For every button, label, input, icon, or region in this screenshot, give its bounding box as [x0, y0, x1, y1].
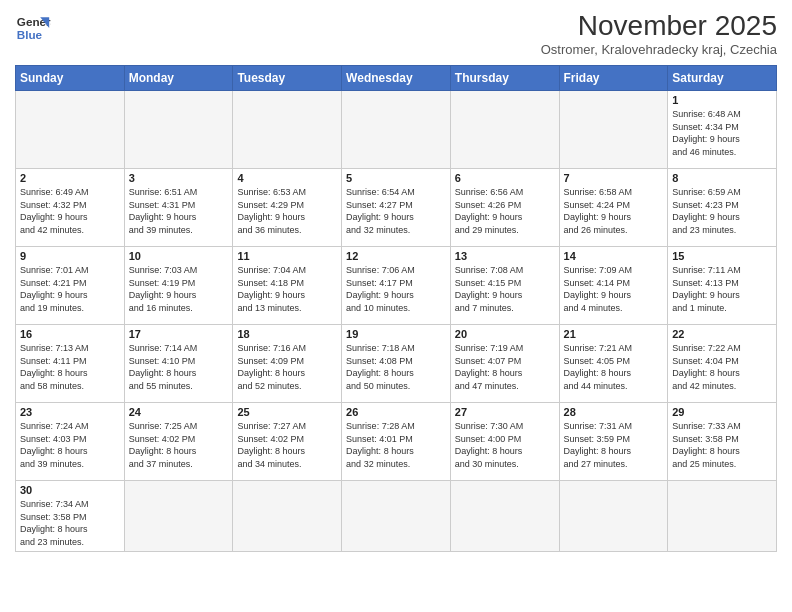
header-row: Sunday Monday Tuesday Wednesday Thursday…: [16, 66, 777, 91]
table-row: [124, 91, 233, 169]
table-row: [342, 91, 451, 169]
day-number: 11: [237, 250, 337, 262]
svg-text:Blue: Blue: [17, 28, 43, 41]
table-row: [233, 481, 342, 552]
day-info: Sunrise: 7:18 AM Sunset: 4:08 PM Dayligh…: [346, 342, 446, 392]
day-info: Sunrise: 6:51 AM Sunset: 4:31 PM Dayligh…: [129, 186, 229, 236]
table-row: [450, 91, 559, 169]
day-number: 3: [129, 172, 229, 184]
table-row: 18Sunrise: 7:16 AM Sunset: 4:09 PM Dayli…: [233, 325, 342, 403]
title-area: November 2025 Ostromer, Kralovehradecky …: [541, 10, 777, 57]
day-number: 13: [455, 250, 555, 262]
day-number: 21: [564, 328, 664, 340]
table-row: [450, 481, 559, 552]
day-number: 5: [346, 172, 446, 184]
table-row: 22Sunrise: 7:22 AM Sunset: 4:04 PM Dayli…: [668, 325, 777, 403]
day-info: Sunrise: 6:49 AM Sunset: 4:32 PM Dayligh…: [20, 186, 120, 236]
day-number: 10: [129, 250, 229, 262]
table-row: [124, 481, 233, 552]
table-row: 14Sunrise: 7:09 AM Sunset: 4:14 PM Dayli…: [559, 247, 668, 325]
table-row: 6Sunrise: 6:56 AM Sunset: 4:26 PM Daylig…: [450, 169, 559, 247]
day-number: 20: [455, 328, 555, 340]
table-row: 11Sunrise: 7:04 AM Sunset: 4:18 PM Dayli…: [233, 247, 342, 325]
table-row: 28Sunrise: 7:31 AM Sunset: 3:59 PM Dayli…: [559, 403, 668, 481]
day-info: Sunrise: 7:06 AM Sunset: 4:17 PM Dayligh…: [346, 264, 446, 314]
day-info: Sunrise: 7:11 AM Sunset: 4:13 PM Dayligh…: [672, 264, 772, 314]
table-row: 2Sunrise: 6:49 AM Sunset: 4:32 PM Daylig…: [16, 169, 125, 247]
table-row: [233, 91, 342, 169]
table-row: 27Sunrise: 7:30 AM Sunset: 4:00 PM Dayli…: [450, 403, 559, 481]
col-monday: Monday: [124, 66, 233, 91]
day-info: Sunrise: 7:22 AM Sunset: 4:04 PM Dayligh…: [672, 342, 772, 392]
day-info: Sunrise: 7:04 AM Sunset: 4:18 PM Dayligh…: [237, 264, 337, 314]
day-info: Sunrise: 7:27 AM Sunset: 4:02 PM Dayligh…: [237, 420, 337, 470]
col-saturday: Saturday: [668, 66, 777, 91]
table-row: 29Sunrise: 7:33 AM Sunset: 3:58 PM Dayli…: [668, 403, 777, 481]
table-row: 16Sunrise: 7:13 AM Sunset: 4:11 PM Dayli…: [16, 325, 125, 403]
table-row: [559, 481, 668, 552]
col-sunday: Sunday: [16, 66, 125, 91]
table-row: 13Sunrise: 7:08 AM Sunset: 4:15 PM Dayli…: [450, 247, 559, 325]
table-row: [559, 91, 668, 169]
col-wednesday: Wednesday: [342, 66, 451, 91]
day-info: Sunrise: 7:28 AM Sunset: 4:01 PM Dayligh…: [346, 420, 446, 470]
logo: General Blue: [15, 10, 51, 46]
table-row: [16, 91, 125, 169]
day-number: 16: [20, 328, 120, 340]
table-row: 23Sunrise: 7:24 AM Sunset: 4:03 PM Dayli…: [16, 403, 125, 481]
day-info: Sunrise: 6:53 AM Sunset: 4:29 PM Dayligh…: [237, 186, 337, 236]
day-info: Sunrise: 6:59 AM Sunset: 4:23 PM Dayligh…: [672, 186, 772, 236]
day-info: Sunrise: 7:13 AM Sunset: 4:11 PM Dayligh…: [20, 342, 120, 392]
day-info: Sunrise: 7:24 AM Sunset: 4:03 PM Dayligh…: [20, 420, 120, 470]
day-number: 28: [564, 406, 664, 418]
table-row: 4Sunrise: 6:53 AM Sunset: 4:29 PM Daylig…: [233, 169, 342, 247]
table-row: 30Sunrise: 7:34 AM Sunset: 3:58 PM Dayli…: [16, 481, 125, 552]
table-row: 10Sunrise: 7:03 AM Sunset: 4:19 PM Dayli…: [124, 247, 233, 325]
table-row: 24Sunrise: 7:25 AM Sunset: 4:02 PM Dayli…: [124, 403, 233, 481]
day-info: Sunrise: 7:19 AM Sunset: 4:07 PM Dayligh…: [455, 342, 555, 392]
day-number: 26: [346, 406, 446, 418]
day-info: Sunrise: 7:34 AM Sunset: 3:58 PM Dayligh…: [20, 498, 120, 548]
day-number: 8: [672, 172, 772, 184]
day-info: Sunrise: 7:03 AM Sunset: 4:19 PM Dayligh…: [129, 264, 229, 314]
day-number: 29: [672, 406, 772, 418]
day-number: 19: [346, 328, 446, 340]
day-number: 14: [564, 250, 664, 262]
day-info: Sunrise: 7:21 AM Sunset: 4:05 PM Dayligh…: [564, 342, 664, 392]
day-number: 7: [564, 172, 664, 184]
table-row: 7Sunrise: 6:58 AM Sunset: 4:24 PM Daylig…: [559, 169, 668, 247]
day-info: Sunrise: 7:01 AM Sunset: 4:21 PM Dayligh…: [20, 264, 120, 314]
day-number: 18: [237, 328, 337, 340]
month-title: November 2025: [541, 10, 777, 42]
day-info: Sunrise: 6:58 AM Sunset: 4:24 PM Dayligh…: [564, 186, 664, 236]
day-info: Sunrise: 7:33 AM Sunset: 3:58 PM Dayligh…: [672, 420, 772, 470]
table-row: 5Sunrise: 6:54 AM Sunset: 4:27 PM Daylig…: [342, 169, 451, 247]
day-number: 15: [672, 250, 772, 262]
day-number: 22: [672, 328, 772, 340]
table-row: 3Sunrise: 6:51 AM Sunset: 4:31 PM Daylig…: [124, 169, 233, 247]
day-number: 6: [455, 172, 555, 184]
calendar-page: General Blue November 2025 Ostromer, Kra…: [0, 0, 792, 612]
col-friday: Friday: [559, 66, 668, 91]
day-number: 24: [129, 406, 229, 418]
day-number: 27: [455, 406, 555, 418]
table-row: [668, 481, 777, 552]
day-number: 4: [237, 172, 337, 184]
day-info: Sunrise: 6:56 AM Sunset: 4:26 PM Dayligh…: [455, 186, 555, 236]
day-number: 2: [20, 172, 120, 184]
location-subtitle: Ostromer, Kralovehradecky kraj, Czechia: [541, 42, 777, 57]
table-row: 25Sunrise: 7:27 AM Sunset: 4:02 PM Dayli…: [233, 403, 342, 481]
table-row: [342, 481, 451, 552]
table-row: 20Sunrise: 7:19 AM Sunset: 4:07 PM Dayli…: [450, 325, 559, 403]
day-info: Sunrise: 7:25 AM Sunset: 4:02 PM Dayligh…: [129, 420, 229, 470]
day-number: 12: [346, 250, 446, 262]
page-header: General Blue November 2025 Ostromer, Kra…: [15, 10, 777, 57]
table-row: 26Sunrise: 7:28 AM Sunset: 4:01 PM Dayli…: [342, 403, 451, 481]
logo-icon: General Blue: [15, 10, 51, 46]
day-info: Sunrise: 7:30 AM Sunset: 4:00 PM Dayligh…: [455, 420, 555, 470]
table-row: 21Sunrise: 7:21 AM Sunset: 4:05 PM Dayli…: [559, 325, 668, 403]
table-row: 1Sunrise: 6:48 AM Sunset: 4:34 PM Daylig…: [668, 91, 777, 169]
table-row: 15Sunrise: 7:11 AM Sunset: 4:13 PM Dayli…: [668, 247, 777, 325]
calendar-table: Sunday Monday Tuesday Wednesday Thursday…: [15, 65, 777, 552]
table-row: 9Sunrise: 7:01 AM Sunset: 4:21 PM Daylig…: [16, 247, 125, 325]
